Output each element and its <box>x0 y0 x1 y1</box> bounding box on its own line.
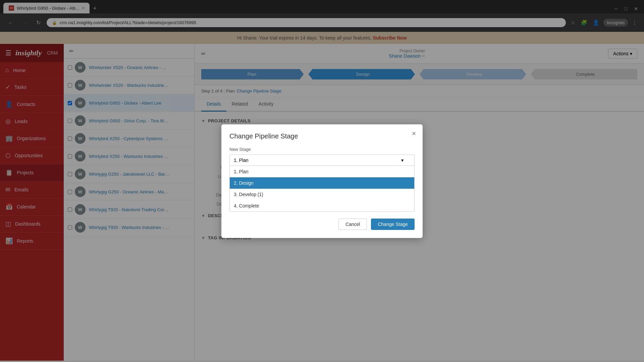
modal-overlay[interactable]: Change Pipeline Stage × New Stage 1. Pla… <box>0 0 644 362</box>
dropdown-option-complete[interactable]: 4. Complete <box>230 200 414 212</box>
change-pipeline-stage-modal: Change Pipeline Stage × New Stage 1. Pla… <box>221 124 423 238</box>
change-stage-button[interactable]: Change Stage <box>371 219 415 230</box>
stage-select-display[interactable]: 1. Plan ▾ <box>229 155 415 166</box>
dropdown-option-plan[interactable]: 1. Plan <box>230 166 414 177</box>
stage-select-wrapper: 1. Plan ▾ 1. Plan 2. Design 3. Develop (… <box>229 155 415 212</box>
dropdown-option-develop[interactable]: 3. Develop (1) <box>230 189 414 200</box>
modal-title: Change Pipeline Stage <box>229 132 415 140</box>
stage-dropdown-list: 1. Plan 2. Design 3. Develop (1) 4. Comp… <box>229 166 415 212</box>
select-arrow-icon: ▾ <box>401 158 404 163</box>
dropdown-option-design[interactable]: 2. Design <box>230 177 414 189</box>
selected-stage-text: 1. Plan <box>234 158 249 163</box>
cancel-button[interactable]: Cancel <box>338 219 367 230</box>
modal-footer: Cancel Change Stage <box>229 219 415 230</box>
new-stage-label: New Stage <box>229 147 415 152</box>
modal-close-button[interactable]: × <box>412 130 416 137</box>
